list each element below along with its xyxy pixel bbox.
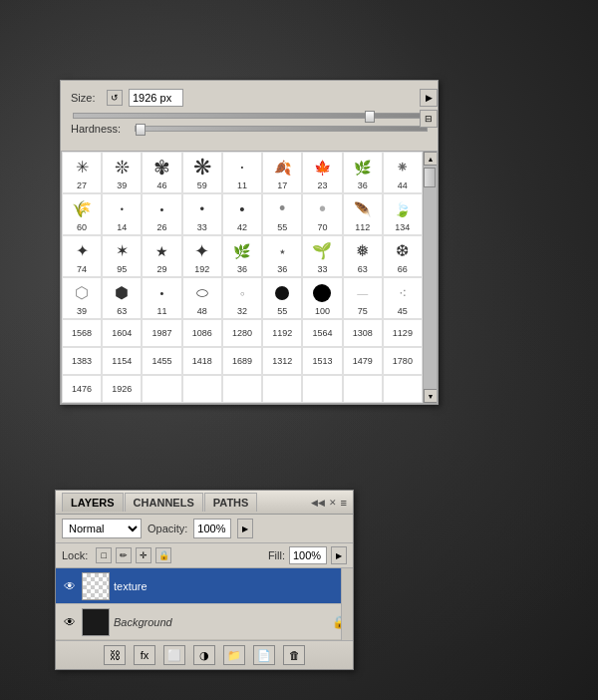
brush-cell[interactable]: ✦ 192 — [182, 235, 222, 277]
large-num-cell[interactable]: 1154 — [102, 347, 142, 375]
visibility-toggle-background[interactable]: 👁 — [62, 614, 78, 630]
delete-button[interactable]: 🗑 — [283, 645, 305, 665]
brush-cell[interactable]: ✾ 46 — [142, 152, 181, 193]
brush-cell[interactable]: ⬢ 63 — [102, 277, 142, 319]
brush-cell[interactable]: ⁕ 44 — [383, 152, 423, 193]
large-num-cell[interactable]: 1312 — [262, 347, 302, 375]
brush-cell[interactable]: 100 — [302, 277, 342, 319]
scroll-up-button[interactable]: ▲ — [424, 152, 438, 166]
mask-button[interactable]: ⬜ — [163, 645, 185, 665]
panel-collapse-button[interactable]: ◀◀ — [311, 498, 325, 508]
brush-cell[interactable]: ⋆ 36 — [262, 235, 302, 277]
brush-cell[interactable]: • 11 — [222, 152, 262, 193]
opacity-arrow-button[interactable]: ▶ — [237, 519, 253, 538]
brush-cell[interactable]: • 33 — [182, 193, 222, 235]
lock-position-button[interactable]: ✛ — [136, 547, 151, 563]
fill-arrow-button[interactable]: ▶ — [331, 546, 347, 564]
brush-cell[interactable]: ★ 29 — [142, 235, 181, 277]
brush-num: 74 — [77, 264, 87, 274]
large-num-cell[interactable]: 1479 — [343, 347, 383, 375]
large-num-cell[interactable]: 1418 — [182, 347, 222, 375]
brush-cell[interactable]: 🌿 36 — [343, 152, 383, 193]
brush-scrollbar[interactable]: ▲ ▼ — [423, 152, 437, 403]
layers-options-button[interactable]: ≡ — [341, 497, 347, 509]
brush-cell[interactable]: • 70 — [302, 193, 342, 235]
large-num-cell[interactable]: 1476 — [62, 375, 102, 403]
brush-cell[interactable]: ❅ 63 — [343, 235, 383, 277]
brush-cell[interactable]: • 26 — [142, 193, 181, 235]
layer-row-background[interactable]: 👁 Background 🔒 — [56, 604, 353, 640]
opacity-input[interactable] — [193, 519, 231, 538]
lock-transparent-button[interactable]: □ — [96, 547, 112, 563]
large-num-cell[interactable]: 1513 — [302, 347, 342, 375]
tab-channels[interactable]: CHANNELS — [125, 493, 203, 512]
large-num-cell[interactable]: 1564 — [302, 319, 342, 347]
expand-button[interactable]: ▶ — [420, 89, 438, 107]
brush-num: 55 — [277, 306, 287, 316]
brush-cell[interactable]: — 75 — [343, 277, 383, 319]
brush-cell[interactable]: • 55 — [262, 193, 302, 235]
brush-cell[interactable]: ❆ 66 — [383, 235, 423, 277]
brush-cell[interactable]: • 42 — [222, 193, 262, 235]
brush-cell[interactable]: ✶ 95 — [102, 235, 142, 277]
tab-layers[interactable]: LAYERS — [62, 493, 124, 512]
tab-paths[interactable]: PATHS — [204, 493, 258, 512]
lock-all-button[interactable]: 🔒 — [155, 547, 171, 563]
size-slider-thumb[interactable] — [365, 111, 375, 123]
large-num-cell[interactable]: 1689 — [222, 347, 262, 375]
brush-cell[interactable]: 🍃 134 — [383, 193, 423, 235]
large-num-cell[interactable]: 1086 — [182, 319, 222, 347]
fx-button[interactable]: fx — [134, 645, 155, 665]
large-num-cell[interactable]: 1604 — [102, 319, 142, 347]
brush-cell[interactable]: 🪶 112 — [343, 193, 383, 235]
large-num-cell[interactable]: 1383 — [62, 347, 102, 375]
brush-cell[interactable]: ✳ 27 — [62, 152, 102, 193]
visibility-toggle-texture[interactable]: 👁 — [62, 578, 78, 594]
brush-cell[interactable]: 55 — [262, 277, 302, 319]
large-num-cell[interactable]: 1280 — [222, 319, 262, 347]
layer-row-texture[interactable]: 👁 texture — [56, 568, 353, 604]
brush-thumb — [270, 281, 294, 305]
adjustment-button[interactable]: ◑ — [193, 645, 215, 665]
size-input[interactable] — [129, 89, 183, 107]
brush-cell[interactable]: 🍂 17 — [262, 152, 302, 193]
brush-cell[interactable]: ❋ 59 — [182, 152, 222, 193]
brush-cell[interactable]: ◦ 32 — [222, 277, 262, 319]
layers-toolbar: Normal Opacity: ▶ — [56, 515, 353, 543]
scrollbar-track[interactable] — [424, 166, 437, 389]
brush-cell[interactable]: ✦ 74 — [62, 235, 102, 277]
scroll-down-button[interactable]: ▼ — [424, 389, 438, 403]
brush-cell[interactable]: • 14 — [102, 193, 142, 235]
panel-close-button[interactable]: ✕ — [329, 498, 337, 508]
scrollbar-thumb[interactable] — [424, 168, 436, 187]
hardness-slider-track[interactable] — [135, 126, 428, 132]
brush-panel: Size: ↺ Hardness: ▶ — [60, 80, 439, 405]
large-num-cell[interactable]: 1129 — [383, 319, 423, 347]
large-num-cell[interactable]: 1780 — [383, 347, 423, 375]
layer-scrollbar[interactable] — [341, 568, 353, 640]
brush-cell[interactable]: ⬭ 48 — [182, 277, 222, 319]
large-num-cell[interactable]: 1568 — [62, 319, 102, 347]
large-num-cell[interactable]: 1926 — [102, 375, 142, 403]
lock-image-button[interactable]: ✏ — [116, 547, 132, 563]
fill-input[interactable] — [289, 546, 327, 564]
new-layer-button[interactable]: 📄 — [253, 645, 275, 665]
large-num-cell[interactable]: 1192 — [262, 319, 302, 347]
brush-cell[interactable]: 🌿 36 — [222, 235, 262, 277]
brush-cell[interactable]: ❊ 39 — [102, 152, 142, 193]
large-num-cell[interactable]: 1455 — [142, 347, 181, 375]
brush-cell[interactable]: ⁖ 45 — [383, 277, 423, 319]
large-num-cell[interactable]: 1987 — [142, 319, 181, 347]
brush-cell[interactable]: 🌾 60 — [62, 193, 102, 235]
link-layers-button[interactable]: ⛓ — [104, 645, 126, 665]
brush-cell[interactable]: ⬡ 39 — [62, 277, 102, 319]
brush-cell[interactable]: 🌱 33 — [302, 235, 342, 277]
large-num-cell[interactable]: 1308 — [343, 319, 383, 347]
refresh-button[interactable]: ↺ — [107, 90, 123, 106]
group-button[interactable]: 📁 — [223, 645, 245, 665]
panel-option-button[interactable]: ⊟ — [420, 110, 438, 128]
brush-cell[interactable]: • 11 — [142, 277, 181, 319]
size-slider-track[interactable] — [73, 113, 426, 119]
brush-cell[interactable]: 🍁 23 — [302, 152, 342, 193]
blend-mode-select[interactable]: Normal — [62, 519, 142, 538]
